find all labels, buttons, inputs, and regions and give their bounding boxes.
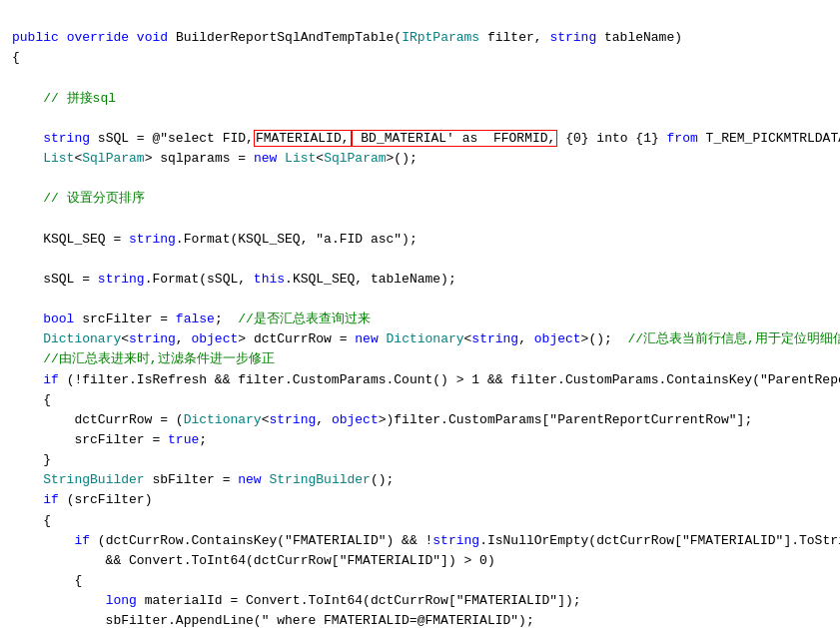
type-sqlparam: SqlParam [82, 151, 144, 166]
string-literal-1: "select FID, [160, 131, 254, 146]
string-literal-3: T_REM_PICKMTRLDATA a " [698, 131, 840, 146]
keyword-if-3: if [74, 533, 90, 548]
string-where-clause: " where FMATERIALID=@FMATERIALID" [262, 613, 518, 628]
comment-4: //汇总表当前行信息,用于定位明细信息 [627, 331, 840, 346]
code-editor: public override void BuilderReportSqlAnd… [12, 8, 828, 628]
highlight-bd-material: BD_MATERIAL' as FFORMID, [352, 130, 558, 147]
comment-1: // 拼接sql [43, 91, 116, 106]
string-fmaterialid-key3: "FMATERIALID" [340, 553, 440, 568]
keyword-this: this [254, 272, 285, 287]
kw-object: object [191, 331, 238, 346]
keyword-public: public [12, 30, 59, 45]
keyword-new-3: new [238, 472, 261, 487]
keyword-string-3: string [129, 232, 176, 247]
type-dictionary: Dictionary [43, 331, 121, 346]
keyword-override: override [67, 30, 129, 45]
kw-object-3: object [332, 412, 379, 427]
keyword-long: long [106, 593, 137, 608]
param-type-1: IRptParams [402, 30, 479, 45]
type-dictionary-2: Dictionary [387, 331, 464, 346]
kw-string-7: string [269, 412, 316, 427]
type-stringbuilder-2: StringBuilder [269, 472, 370, 487]
type-list: List [43, 151, 74, 166]
string-fmaterialid-key4: "FMATERIALID" [456, 593, 557, 608]
keyword-string-8: string [432, 533, 479, 548]
keyword-void: void [137, 30, 168, 45]
method-name: BuilderReportSqlAndTempTable [176, 30, 394, 45]
comment-2: // 设置分页排序 [43, 191, 144, 206]
type-list-2: List [285, 151, 316, 166]
kw-string-6: string [471, 331, 518, 346]
keyword-new-1: new [254, 151, 277, 166]
string-parentreport: "ParentReportFilter" [760, 372, 840, 387]
keyword-false: false [176, 312, 215, 326]
comment-3: //是否汇总表查询过来 [238, 312, 371, 326]
string-fmaterialid-key2: "FMATERIALID" [682, 533, 783, 548]
keyword-if-2: if [43, 492, 59, 507]
comment-5: //由汇总表进来时,过滤条件进一步修正 [43, 351, 274, 366]
string-bd-material: BD_MATERIAL' as FFORMID, [354, 131, 556, 146]
keyword-string-2: string [43, 131, 90, 146]
string-asc: "a.FID asc" [316, 232, 402, 247]
highlight-fmaterialid: FMATERIALID, [254, 130, 352, 147]
type-stringbuilder: StringBuilder [43, 472, 144, 487]
string-literal-2: {0} into {1} [557, 131, 666, 146]
string-fmaterialid: FMATERIALID, [256, 131, 350, 146]
keyword-from: from [667, 131, 698, 146]
keyword-bool: bool [43, 312, 74, 326]
keyword-if-1: if [43, 372, 59, 387]
keyword-new-2: new [355, 331, 378, 346]
kw-string-5: string [129, 331, 176, 346]
string-parentreportcurrentrow: "ParentReportCurrentRow" [549, 412, 736, 427]
keyword-string-4: string [98, 272, 145, 287]
keyword-string: string [549, 30, 596, 45]
string-fmaterialid-key: "FMATERIALID" [285, 533, 386, 548]
keyword-true: true [168, 432, 199, 447]
kw-object-2: object [534, 331, 581, 346]
type-dict-cast: Dictionary [184, 412, 262, 427]
type-sqlparam-2: SqlParam [324, 151, 386, 166]
